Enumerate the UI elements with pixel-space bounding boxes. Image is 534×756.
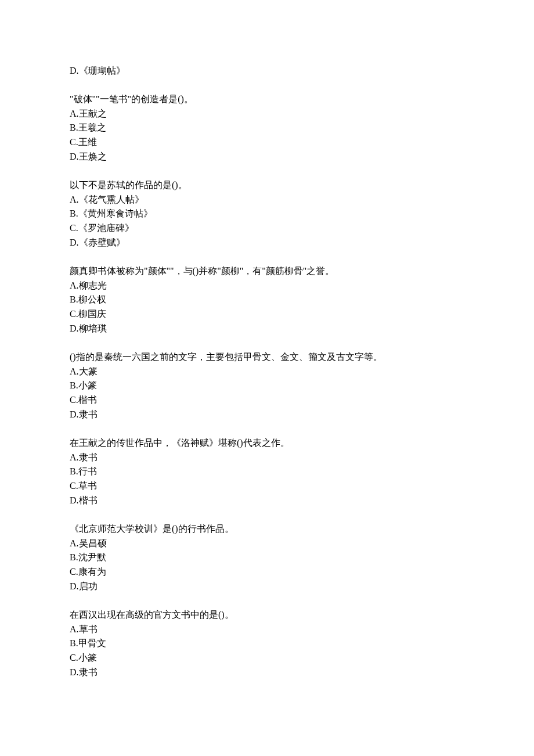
question-option: A.《花气熏人帖》 (70, 193, 464, 207)
question-option: D.楷书 (70, 494, 464, 508)
question-option: D.隶书 (70, 408, 464, 422)
question-option: C.王维 (70, 135, 464, 150)
question-block: "破体""一笔书"的创造者是()。 A.王献之 B.王羲之 C.王维 D.王焕之 (70, 92, 464, 164)
question-option: D.王焕之 (70, 150, 464, 164)
question-option: B.甲骨文 (70, 636, 464, 651)
question-option: C.柳国庆 (70, 307, 464, 322)
question-option: D.隶书 (70, 665, 464, 680)
question-stem: "破体""一笔书"的创造者是()。 (70, 92, 464, 107)
question-option: A.隶书 (70, 451, 464, 465)
question-option: C.小篆 (70, 651, 464, 665)
question-stem: 颜真卿书体被称为"颜体""，与()并称"颜柳"，有"颜筋柳骨"之誉。 (70, 264, 464, 279)
question-option: C.康有为 (70, 565, 464, 579)
question-option: D.《珊瑚帖》 (70, 64, 464, 78)
question-option: B.柳公权 (70, 293, 464, 307)
question-block: 以下不是苏轼的作品的是()。 A.《花气熏人帖》 B.《黄州寒食诗帖》 C.《罗… (70, 178, 464, 250)
question-stem: 在王献之的传世作品中，《洛神赋》堪称()代表之作。 (70, 436, 464, 451)
question-option: C.草书 (70, 479, 464, 494)
question-option: B.《黄州寒食诗帖》 (70, 207, 464, 221)
question-stem: 以下不是苏轼的作品的是()。 (70, 178, 464, 193)
question-stem: 《北京师范大学校训》是()的行书作品。 (70, 522, 464, 537)
question-option: A.大篆 (70, 365, 464, 379)
question-option: A.草书 (70, 622, 464, 637)
question-option: D.《赤壁赋》 (70, 236, 464, 250)
question-option: B.行书 (70, 465, 464, 479)
question-option: B.王羲之 (70, 121, 464, 135)
question-option: C.《罗池庙碑》 (70, 221, 464, 236)
page-content: D.《珊瑚帖》 "破体""一笔书"的创造者是()。 A.王献之 B.王羲之 C.… (0, 0, 534, 729)
question-option: B.小篆 (70, 379, 464, 393)
question-stem: 在西汉出现在高级的官方文书中的是()。 (70, 608, 464, 622)
question-option: A.吴昌硕 (70, 537, 464, 551)
question-block: 颜真卿书体被称为"颜体""，与()并称"颜柳"，有"颜筋柳骨"之誉。 A.柳志光… (70, 264, 464, 336)
question-block: 在王献之的传世作品中，《洛神赋》堪称()代表之作。 A.隶书 B.行书 C.草书… (70, 436, 464, 508)
question-option: A.王献之 (70, 107, 464, 121)
question-option: D.启功 (70, 579, 464, 594)
question-block: 在西汉出现在高级的官方文书中的是()。 A.草书 B.甲骨文 C.小篆 D.隶书 (70, 608, 464, 680)
question-block: 《北京师范大学校训》是()的行书作品。 A.吴昌硕 B.沈尹默 C.康有为 D.… (70, 522, 464, 594)
question-block: ()指的是秦统一六国之前的文字，主要包括甲骨文、金文、籀文及古文字等。 A.大篆… (70, 350, 464, 422)
question-stem: ()指的是秦统一六国之前的文字，主要包括甲骨文、金文、籀文及古文字等。 (70, 350, 464, 365)
orphan-option: D.《珊瑚帖》 (70, 64, 464, 78)
question-option: B.沈尹默 (70, 550, 464, 565)
question-option: A.柳志光 (70, 279, 464, 293)
question-option: D.柳培琪 (70, 322, 464, 336)
question-option: C.楷书 (70, 393, 464, 408)
